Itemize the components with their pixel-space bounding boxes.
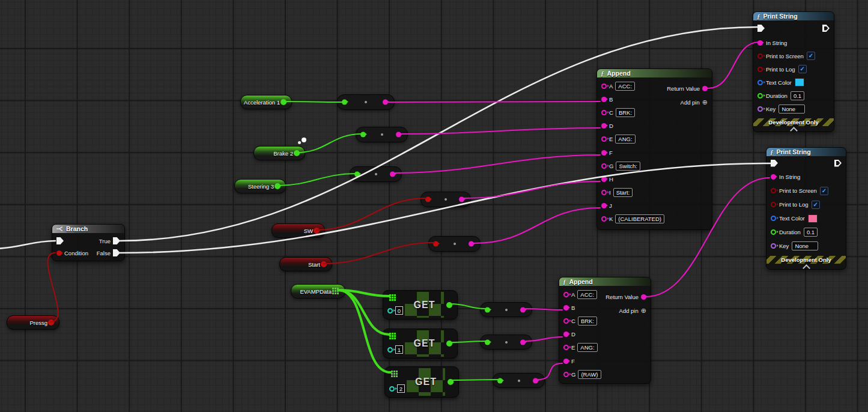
blueprint-graph-canvas[interactable]: Branch True Condition False ƒ Print Stri… bbox=[0, 0, 868, 412]
ap1-pin-d[interactable] bbox=[601, 123, 607, 129]
get2-index-value[interactable]: 2 bbox=[397, 384, 405, 393]
get2-array-in-pin[interactable] bbox=[391, 371, 393, 372]
ps2-exec-out-pin[interactable] bbox=[834, 160, 842, 167]
variable-steering-out-pin[interactable] bbox=[275, 183, 281, 189]
ap2-return-value-pin[interactable] bbox=[641, 294, 646, 300]
variable-start-out-pin[interactable] bbox=[321, 261, 327, 267]
convert-bool-to-string-start[interactable] bbox=[428, 236, 481, 252]
ap1-pin-a-value[interactable]: ACC: bbox=[615, 82, 635, 91]
append-node-1[interactable]: ƒ Append AACC: B CBRK: D EANG: F GSwitch… bbox=[596, 68, 712, 230]
ap1-pin-c-value[interactable]: BRK: bbox=[616, 108, 635, 117]
ps1-in-string-pin[interactable] bbox=[757, 40, 763, 46]
get0-index-pin[interactable] bbox=[387, 308, 393, 314]
ps1-print-to-log-pin[interactable] bbox=[757, 67, 763, 72]
branch-node-header[interactable]: Branch bbox=[52, 225, 124, 233]
ap1-pin-k-value[interactable]: (CALIBERATED) bbox=[615, 214, 664, 223]
ap1-pin-j[interactable] bbox=[601, 203, 607, 208]
variable-steering[interactable]: Steering 3 bbox=[234, 179, 286, 193]
ps2-duration-value[interactable]: 0.1 bbox=[804, 228, 818, 237]
append-2-header[interactable]: ƒ Append bbox=[559, 277, 651, 286]
conv-out-pin[interactable] bbox=[396, 132, 401, 138]
conv-out-pin[interactable] bbox=[459, 197, 464, 202]
variable-start[interactable]: Start bbox=[279, 257, 332, 271]
ap1-pin-f[interactable] bbox=[601, 150, 607, 156]
ap2-pin-e[interactable] bbox=[563, 345, 569, 350]
ap2-pin-e-value[interactable]: ANG: bbox=[577, 343, 597, 352]
ap1-pin-e[interactable] bbox=[601, 136, 607, 142]
branch-true-pin[interactable] bbox=[113, 237, 120, 244]
conv-in-pin[interactable] bbox=[485, 307, 490, 312]
ps2-text-color-swatch[interactable] bbox=[808, 214, 818, 223]
ps2-key-value[interactable]: None bbox=[792, 241, 818, 250]
conv-in-pin[interactable] bbox=[433, 241, 439, 247]
ap2-pin-a[interactable] bbox=[563, 292, 569, 297]
branch-node[interactable]: Branch True Condition False bbox=[52, 224, 125, 261]
ps1-print-to-screen-pin[interactable] bbox=[757, 53, 763, 59]
ap2-pin-a-value[interactable]: ACC: bbox=[577, 290, 597, 299]
ps1-expand-advanced-caret[interactable] bbox=[790, 127, 798, 135]
ap1-pin-k[interactable] bbox=[601, 216, 607, 222]
conv-in-pin[interactable] bbox=[485, 339, 490, 345]
ps2-print-to-log-checkbox[interactable]: ✓ bbox=[812, 201, 820, 209]
variable-evampdata-array-out-pin[interactable] bbox=[332, 288, 334, 289]
conv-in-pin[interactable] bbox=[342, 100, 347, 105]
branch-condition-pin[interactable] bbox=[56, 250, 62, 256]
ps2-key-pin[interactable] bbox=[771, 243, 776, 249]
print-string-node-2[interactable]: ƒ Print String In String Print to Screen… bbox=[766, 147, 846, 270]
variable-sw-out-pin[interactable] bbox=[314, 228, 320, 234]
ap2-add-pin-icon[interactable]: ⊕ bbox=[641, 307, 646, 314]
ps2-exec-in-pin[interactable] bbox=[771, 160, 778, 167]
ap1-add-pin-icon[interactable]: ⊕ bbox=[702, 99, 708, 106]
append-1-header[interactable]: ƒ Append bbox=[597, 69, 712, 77]
print-string-2-header[interactable]: ƒ Print String bbox=[766, 148, 846, 156]
ap1-pin-b[interactable] bbox=[601, 97, 607, 102]
variable-pressg[interactable]: Pressg bbox=[7, 315, 59, 330]
get0-array-in-pin[interactable] bbox=[389, 294, 391, 296]
conv-out-pin[interactable] bbox=[520, 339, 526, 345]
conv-out-pin[interactable] bbox=[383, 100, 388, 105]
convert-float-to-string-steering[interactable] bbox=[350, 166, 402, 182]
get0-index-value[interactable]: 0 bbox=[395, 306, 403, 315]
ap1-pin-i-value[interactable]: Start: bbox=[613, 188, 633, 197]
ap2-pin-d[interactable] bbox=[563, 332, 569, 337]
ps2-duration-pin[interactable] bbox=[771, 229, 776, 235]
ps1-exec-in-pin[interactable] bbox=[757, 25, 765, 32]
branch-false-pin[interactable] bbox=[113, 249, 120, 256]
get1-index-pin[interactable] bbox=[387, 347, 393, 353]
array-get-node-2[interactable]: 2 GET bbox=[384, 366, 459, 398]
ap2-pin-c[interactable] bbox=[563, 318, 569, 324]
ps1-print-to-log-checkbox[interactable]: ✓ bbox=[798, 65, 807, 73]
ps1-key-value[interactable]: None bbox=[778, 105, 805, 114]
variable-evampdata[interactable]: EVAMPData bbox=[291, 284, 345, 298]
ap1-pin-c[interactable] bbox=[601, 110, 607, 115]
convert-float-to-string-brake[interactable] bbox=[356, 127, 408, 142]
ap2-pin-g[interactable] bbox=[563, 372, 569, 377]
print-string-node-1[interactable]: ƒ Print String In String Print to Screen… bbox=[753, 11, 834, 132]
ap1-pin-g[interactable] bbox=[601, 163, 607, 169]
get0-out-pin[interactable] bbox=[446, 302, 452, 308]
ps1-text-color-pin[interactable] bbox=[757, 80, 763, 85]
ps1-duration-pin[interactable] bbox=[757, 93, 763, 98]
ps2-print-to-log-pin[interactable] bbox=[771, 202, 776, 207]
conv-in-pin[interactable] bbox=[354, 172, 360, 177]
conv-in-pin[interactable] bbox=[497, 378, 503, 383]
variable-brake-out-pin[interactable] bbox=[294, 150, 300, 156]
ap1-pin-i[interactable] bbox=[601, 190, 607, 195]
conv-out-pin[interactable] bbox=[520, 307, 526, 312]
ap1-return-value-pin[interactable] bbox=[702, 86, 708, 91]
print-string-1-header[interactable]: ƒ Print String bbox=[753, 12, 834, 20]
ps2-print-to-screen-pin[interactable] bbox=[771, 188, 776, 193]
ap2-pin-g-value[interactable]: (RAW) bbox=[578, 370, 601, 379]
get1-out-pin[interactable] bbox=[446, 341, 452, 347]
array-get-node-0[interactable]: 0 GET bbox=[383, 290, 458, 320]
get1-array-in-pin[interactable] bbox=[389, 333, 391, 335]
ap1-pin-e-value[interactable]: ANG: bbox=[615, 135, 635, 144]
ps2-print-to-screen-checkbox[interactable]: ✓ bbox=[820, 187, 828, 195]
variable-acceleration[interactable]: Acceleration 1 bbox=[240, 95, 292, 109]
get2-out-pin[interactable] bbox=[448, 379, 454, 385]
append-node-2[interactable]: ƒ Append AACC: B CBRK: D EANG: F G(RAW) … bbox=[559, 277, 651, 384]
convert-bool-to-string-sw[interactable] bbox=[420, 192, 471, 207]
ap2-pin-b[interactable] bbox=[563, 305, 569, 311]
branch-exec-in-pin[interactable] bbox=[56, 237, 64, 244]
array-get-node-1[interactable]: 1 GET bbox=[383, 329, 458, 359]
